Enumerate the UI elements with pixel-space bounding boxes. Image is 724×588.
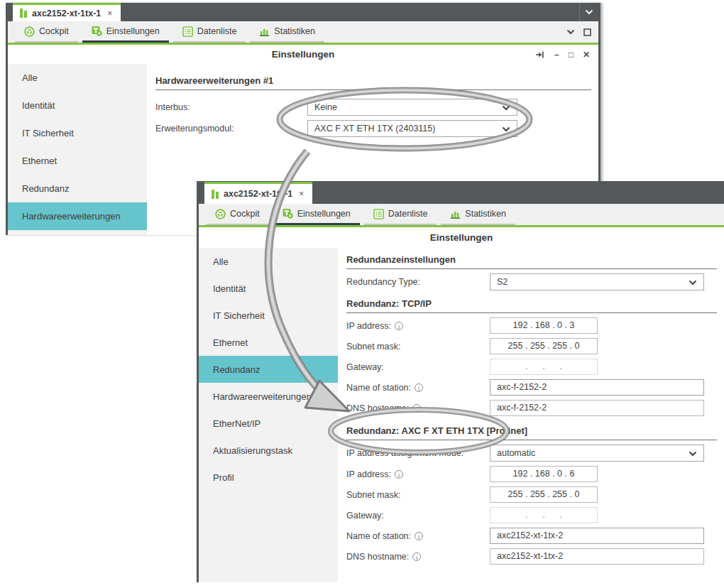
field-row-gateway: Gateway: . . .: [346, 507, 717, 523]
field-label: Gateway:: [346, 362, 490, 372]
select-value: automatic: [497, 448, 535, 458]
field-row-subnet-mask: Subnet mask: 255 . 255 . 255 . 0: [346, 338, 717, 354]
interbus-select[interactable]: Keine: [307, 99, 517, 116]
tab-datenliste-label: Datenliste: [197, 26, 237, 36]
section-heading: Hardwareerweiterungen #1: [155, 75, 591, 90]
field-row-erweiterungsmodul: Erweiterungsmodul: AXC F XT ETH 1TX (240…: [155, 120, 591, 137]
chevron-down-icon[interactable]: [566, 29, 575, 35]
tab-datenliste[interactable]: Datenliste: [364, 204, 437, 225]
field-label: Subnet mask:: [346, 342, 490, 352]
sidebar-item-alle[interactable]: Alle: [8, 64, 147, 92]
info-icon[interactable]: i: [395, 470, 403, 479]
toolbar-right-controls: [566, 21, 598, 43]
name-of-station-field[interactable]: axc2152-xt-1tx-2: [490, 528, 704, 544]
pin-icon[interactable]: [535, 50, 545, 59]
tab-einstellungen[interactable]: Einstellungen: [82, 21, 169, 43]
tab-statistiken[interactable]: Statistiken: [250, 21, 324, 43]
sidebar-item-it-sicherheit[interactable]: IT Sicherheit: [8, 119, 147, 147]
select-value: Keine: [314, 102, 337, 112]
info-icon[interactable]: i: [395, 322, 403, 330]
sidebar-item-ethernet[interactable]: Ethernet: [8, 147, 147, 175]
tab-close-icon[interactable]: ×: [107, 9, 112, 18]
tab-close-icon[interactable]: ×: [299, 189, 304, 199]
settings-sidebar: Alle Identität IT Sicherheit Ethernet Re…: [199, 248, 338, 582]
field-label: Erweiterungsmodul:: [155, 124, 307, 134]
select-value: AXC F XT ETH 1TX (2403115): [314, 124, 435, 134]
erweiterungsmodul-select[interactable]: AXC F XT ETH 1TX (2403115): [307, 120, 517, 137]
device-tab[interactable]: axc2152-xt-1tx-1 ×: [204, 182, 312, 204]
tab-list-chevron-button[interactable]: [579, 3, 598, 21]
sidebar-item-aktualisierungstask[interactable]: Aktualisierungstask: [199, 437, 338, 464]
sidebar-item-identitaet[interactable]: Identität: [8, 92, 147, 119]
sidebar-item-profil[interactable]: Profil: [199, 464, 338, 491]
sidebar-item-ethernet[interactable]: Ethernet: [199, 329, 338, 356]
field-row-name-of-station: Name of station: i axc2152-xt-1tx-2: [346, 528, 717, 544]
cockpit-icon: [215, 209, 226, 219]
field-label: DNS hostname:: [346, 552, 409, 562]
maximize-panel-icon[interactable]: [583, 28, 591, 36]
sidebar-item-identitaet[interactable]: Identität: [199, 275, 338, 302]
field-label: Redundancy Type:: [346, 277, 490, 287]
sidebar-item-it-sicherheit[interactable]: IT Sicherheit: [199, 302, 338, 329]
panel-titlebar: Einstellungen – □ ✕: [8, 45, 598, 64]
device-tab-label: axc2152-xt-1tx-1: [32, 9, 101, 18]
sidebar-item-redundanz[interactable]: Redundanz: [199, 356, 338, 383]
sidebar-item-hardwareerweiterungen[interactable]: Hardwareerweiterungen: [199, 383, 338, 410]
sidebar-item-hardwareerweiterungen[interactable]: Hardwareerweiterungen: [8, 202, 147, 230]
field-label: IP address:: [346, 469, 391, 479]
device-tab[interactable]: axc2152-xt-1tx-1 ×: [13, 3, 121, 21]
statistics-icon: [259, 26, 270, 37]
close-icon[interactable]: ✕: [583, 50, 590, 59]
info-icon[interactable]: i: [412, 404, 421, 413]
dns-hostname-field[interactable]: axc2152-xt-1tx-2: [490, 548, 704, 565]
data-list-icon: [182, 26, 193, 37]
tab-einstellungen-label: Einstellungen: [106, 26, 160, 36]
ip-assignment-mode-select[interactable]: automatic: [490, 445, 704, 462]
tab-einstellungen[interactable]: Einstellungen: [273, 204, 360, 225]
settings-icon: [283, 208, 293, 219]
field-label: IP address assignment mode:: [346, 448, 490, 458]
info-icon[interactable]: i: [415, 383, 423, 392]
field-label: DNS hostname:: [346, 403, 409, 413]
maximize-icon[interactable]: □: [569, 50, 574, 59]
field-row-dns-hostname: DNS hostname: i axc-f-2152-2: [346, 400, 717, 416]
ip-address-field[interactable]: 192 . 168 . 0 . 3: [490, 317, 598, 334]
name-of-station-field[interactable]: axc-f-2152-2: [490, 379, 704, 396]
tab-datenliste[interactable]: Datenliste: [173, 21, 246, 43]
dns-hostname-field[interactable]: axc-f-2152-2: [490, 400, 704, 416]
sidebar-item-redundanz[interactable]: Redundanz: [8, 175, 147, 202]
redundancy-type-select[interactable]: S2: [490, 273, 704, 290]
field-row-gateway: Gateway: . . .: [346, 359, 717, 375]
field-label: Interbus:: [155, 102, 307, 112]
tab-cockpit-label: Cockpit: [39, 26, 69, 36]
info-icon[interactable]: i: [412, 552, 421, 561]
settings-content: Redundanzeinstellungen Redundancy Type: …: [338, 248, 724, 582]
editor-toolbar: Cockpit Einstellungen Datenliste: [199, 204, 724, 225]
sidebar-item-ethernet-ip[interactable]: EtherNet/IP: [199, 410, 338, 437]
minimize-icon[interactable]: –: [554, 50, 559, 59]
tab-cockpit[interactable]: Cockpit: [15, 21, 78, 43]
ip-address-field[interactable]: 192 . 168 . 0 . 6: [490, 466, 598, 482]
chevron-down-icon: [502, 126, 510, 132]
select-value: S2: [497, 277, 508, 287]
cockpit-icon: [24, 26, 35, 37]
tab-statistiken-label: Statistiken: [465, 209, 506, 219]
settings-icon: [92, 26, 102, 36]
tab-statistiken[interactable]: Statistiken: [441, 204, 515, 225]
tab-cockpit[interactable]: Cockpit: [206, 204, 269, 225]
gateway-field[interactable]: . . .: [490, 507, 598, 523]
subnet-mask-field[interactable]: 255 . 255 . 255 . 0: [490, 486, 598, 503]
device-tab-label: axc2152-xt-1tx-1: [224, 189, 292, 199]
tab-cockpit-label: Cockpit: [230, 209, 260, 219]
info-icon[interactable]: i: [415, 532, 423, 540]
section-heading-redundanz-tcpip: Redundanz: TCP/IP: [346, 298, 717, 313]
field-label: Name of station:: [346, 383, 411, 393]
field-label: Name of station:: [346, 531, 411, 541]
field-label: Gateway:: [346, 511, 490, 521]
device-icon: [212, 190, 219, 199]
gateway-field[interactable]: . . .: [490, 359, 598, 375]
subnet-mask-field[interactable]: 255 . 255 . 255 . 0: [490, 338, 598, 354]
window-buttons: – □ ✕: [535, 45, 590, 64]
tab-strip: axc2152-xt-1tx-1 ×: [8, 3, 598, 21]
sidebar-item-alle[interactable]: Alle: [199, 248, 338, 275]
